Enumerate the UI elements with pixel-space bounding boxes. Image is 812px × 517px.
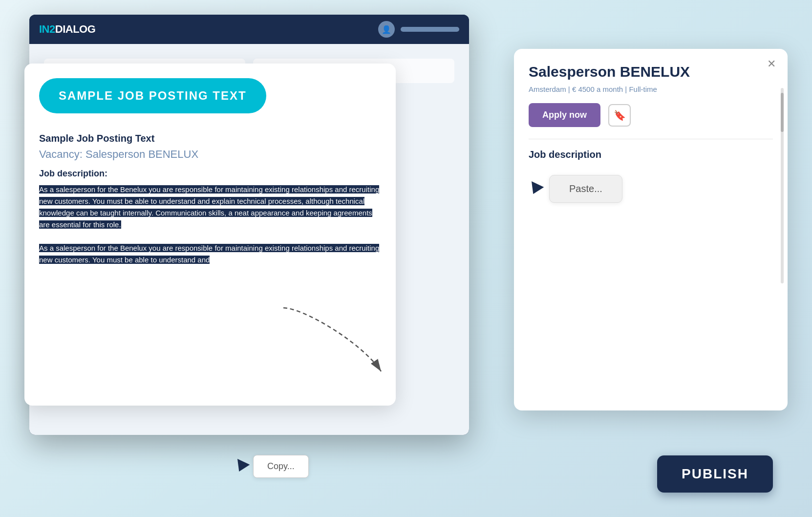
dashed-arrow: [274, 303, 396, 381]
logo-dialog: DIALOG: [55, 23, 96, 35]
panel-title: Salesperson BENELUX: [529, 64, 773, 80]
cursor-arrow-paste: [527, 181, 544, 197]
job-detail-panel: ✕ Salesperson BENELUX Amsterdam | € 4500…: [514, 49, 788, 410]
bookmark-button[interactable]: 🔖: [608, 104, 631, 127]
job-card-desc-text: As a salesperson for the Benelux you are…: [39, 184, 381, 266]
publish-button[interactable]: PUBLISH: [657, 455, 773, 493]
copy-button[interactable]: Copy...: [253, 455, 309, 478]
logo-in2: IN2: [39, 23, 55, 35]
job-card-title: Sample Job Posting Text: [39, 133, 381, 144]
app-logo: IN2DIALOG: [39, 23, 95, 36]
user-name-bar: [401, 27, 459, 32]
job-desc-highlighted: As a salesperson for the Benelux you are…: [39, 185, 379, 229]
job-card-vacancy: Vacancy: Salesperson BENELUX: [39, 148, 381, 161]
apply-now-button[interactable]: Apply now: [529, 103, 600, 127]
paste-button-area: Paste...: [529, 175, 773, 203]
panel-meta: Amsterdam | € 4500 a month | Full-time: [529, 85, 773, 93]
job-card-desc-label: Job description:: [39, 169, 381, 179]
paste-button[interactable]: Paste...: [549, 175, 622, 203]
sample-badge: SAMPLE JOB POSTING TEXT: [39, 78, 266, 113]
bookmark-icon: 🔖: [614, 109, 626, 121]
panel-divider: [529, 139, 773, 139]
user-avatar: 👤: [378, 21, 395, 38]
panel-section-label: Job description: [529, 149, 773, 160]
cursor-arrow-copy: [233, 459, 250, 474]
panel-scrollbar-thumb: [781, 93, 784, 132]
close-button[interactable]: ✕: [767, 59, 776, 69]
browser-topbar: IN2DIALOG 👤: [29, 15, 469, 44]
panel-scrollbar[interactable]: [781, 88, 784, 283]
panel-actions: Apply now 🔖: [529, 103, 773, 127]
user-area: 👤: [378, 21, 459, 38]
copy-button-area: Copy...: [235, 455, 309, 478]
job-desc-repeat: As a salesperson for the Benelux you are…: [39, 244, 379, 264]
